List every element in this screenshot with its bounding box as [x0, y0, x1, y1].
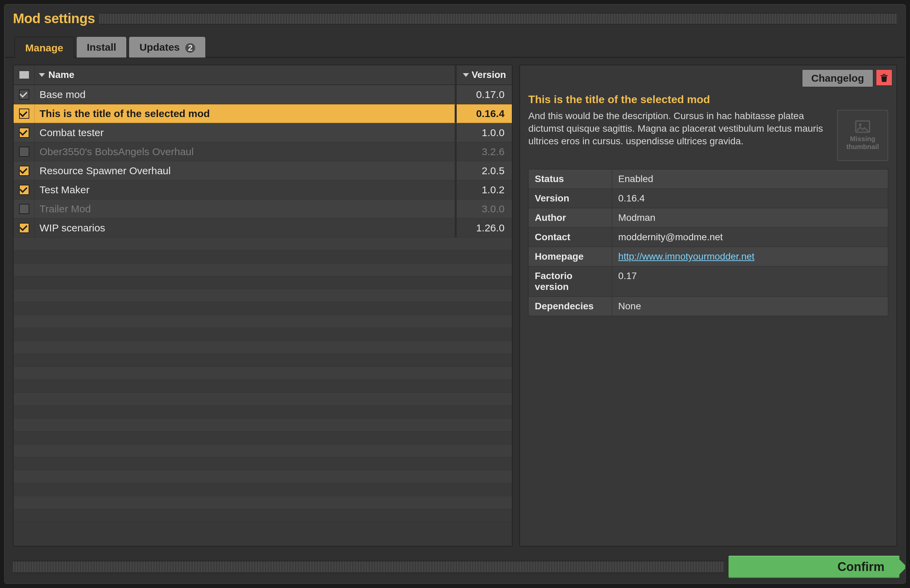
- kv-value: moddernity@modme.net: [612, 228, 888, 247]
- titlebar: Mod settings: [5, 5, 905, 30]
- mod-version-cell: 2.0.5: [455, 161, 512, 180]
- empty-row: [14, 354, 512, 367]
- checkbox-icon: [19, 223, 29, 233]
- homepage-link[interactable]: http://www.imnotyourmodder.net: [618, 251, 755, 262]
- checkbox-icon: [19, 89, 29, 100]
- empty-row: [14, 289, 512, 302]
- sort-desc-icon: [39, 73, 45, 77]
- kv-key: Homepage: [529, 247, 612, 266]
- mod-version-cell: 0.16.4: [455, 105, 512, 123]
- delete-mod-button[interactable]: [876, 69, 892, 86]
- kv-value: 0.16.4: [612, 189, 888, 208]
- tab-updates[interactable]: Updates 2: [129, 36, 206, 58]
- trash-icon: [879, 73, 889, 82]
- empty-row: [14, 315, 512, 328]
- checkbox-icon: [19, 185, 29, 195]
- mod-row[interactable]: Base mod0.17.0: [14, 85, 512, 104]
- kv-row-author: Author Modman: [529, 208, 888, 228]
- mod-name: This is the title of the selected mod: [39, 108, 210, 120]
- mod-row[interactable]: Ober3550's BobsAngels Overhaul3.2.6: [14, 142, 512, 161]
- detail-scroll[interactable]: This is the title of the selected mod An…: [520, 87, 896, 546]
- mod-row[interactable]: Combat tester1.0.0: [14, 123, 512, 142]
- mod-enable-checkbox-cell[interactable]: [14, 85, 35, 104]
- mod-list-body[interactable]: Base mod0.17.0This is the title of the s…: [14, 85, 512, 546]
- mod-name: Trailer Mod: [39, 203, 91, 215]
- empty-row: [14, 431, 512, 444]
- mod-name-cell: Trailer Mod: [35, 199, 455, 218]
- kv-value: http://www.imnotyourmodder.net: [612, 247, 888, 266]
- mod-name-cell: This is the title of the selected mod: [35, 105, 455, 123]
- mod-name-cell: Base mod: [35, 85, 455, 104]
- kv-value: None: [612, 297, 888, 316]
- mod-version: 1.0.2: [482, 184, 505, 195]
- empty-row: [14, 418, 512, 431]
- empty-row: [14, 380, 512, 393]
- sort-desc-icon: [463, 73, 469, 77]
- toggle-all-column[interactable]: [14, 65, 35, 84]
- empty-row: [14, 393, 512, 405]
- mod-version-cell: 0.17.0: [455, 85, 512, 104]
- mod-version-cell: 1.0.2: [455, 180, 512, 199]
- empty-row: [14, 457, 512, 470]
- mod-name: Resource Spawner Overhaul: [39, 165, 171, 177]
- mod-version-cell: 3.2.6: [455, 142, 512, 161]
- mod-version: 1.0.0: [482, 127, 505, 139]
- detail-title: This is the title of the selected mod: [528, 93, 888, 106]
- version-column-header[interactable]: Version: [455, 65, 512, 84]
- mod-version-cell: 1.26.0: [455, 218, 512, 237]
- mod-enable-checkbox-cell[interactable]: [14, 180, 35, 199]
- mod-name: Base mod: [39, 89, 86, 100]
- mod-name: WIP scenarios: [39, 222, 105, 234]
- mod-enable-checkbox-cell[interactable]: [14, 123, 35, 142]
- toggle-all-icon: [19, 71, 29, 79]
- name-column-header[interactable]: Name: [35, 65, 455, 84]
- content: Name Version Base mod0.17.0This is the t…: [5, 58, 905, 552]
- mod-version-cell: 3.0.0: [455, 199, 512, 218]
- empty-row: [14, 509, 512, 522]
- tab-manage[interactable]: Manage: [14, 37, 74, 58]
- empty-row: [14, 367, 512, 380]
- mod-enable-checkbox-cell[interactable]: [14, 218, 35, 237]
- mod-name: Combat tester: [39, 127, 104, 139]
- mod-enable-checkbox-cell[interactable]: [14, 161, 35, 180]
- kv-key: Contact: [529, 228, 612, 247]
- mod-list-panel: Name Version Base mod0.17.0This is the t…: [13, 65, 513, 546]
- kv-row-contact: Contact moddernity@modme.net: [529, 228, 888, 247]
- mod-row[interactable]: WIP scenarios1.26.0: [14, 218, 512, 237]
- mod-row[interactable]: Trailer Mod3.0.0: [14, 199, 512, 218]
- empty-row: [14, 341, 512, 354]
- mod-name-cell: Ober3550's BobsAngels Overhaul: [35, 142, 455, 161]
- mod-name: Ober3550's BobsAngels Overhaul: [39, 146, 194, 158]
- mod-version: 3.0.0: [482, 203, 505, 215]
- mod-row[interactable]: Test Maker1.0.2: [14, 180, 512, 199]
- tab-install[interactable]: Install: [76, 36, 127, 58]
- window-title: Mod settings: [13, 11, 95, 26]
- confirm-button[interactable]: Confirm: [728, 555, 900, 578]
- checkbox-icon: [19, 204, 29, 214]
- tab-strip: Manage Install Updates 2: [5, 36, 905, 58]
- footer-drag-handle[interactable]: [13, 561, 724, 573]
- kv-key: Author: [529, 208, 612, 227]
- checkbox-icon: [19, 147, 29, 157]
- footer: Confirm: [5, 552, 905, 583]
- empty-row: [14, 483, 512, 496]
- changelog-button[interactable]: Changelog: [802, 69, 873, 87]
- mod-row[interactable]: This is the title of the selected mod0.1…: [14, 104, 512, 123]
- titlebar-drag-handle[interactable]: [99, 13, 897, 25]
- mod-enable-checkbox-cell[interactable]: [14, 105, 35, 123]
- checkbox-icon: [19, 166, 29, 176]
- kv-row-dependencies: Dependecies None: [529, 297, 888, 316]
- empty-row: [14, 302, 512, 315]
- tab-label: Updates: [139, 42, 180, 53]
- detail-description: And this would be the description. Cursu…: [528, 110, 831, 161]
- mod-settings-window: Mod settings Manage Install Updates 2 Na…: [4, 4, 906, 584]
- mod-enable-checkbox-cell[interactable]: [14, 142, 35, 161]
- empty-row: [14, 470, 512, 483]
- empty-row: [14, 496, 512, 509]
- empty-row: [14, 444, 512, 457]
- mod-list-header: Name Version: [14, 65, 512, 85]
- mod-enable-checkbox-cell[interactable]: [14, 199, 35, 218]
- mod-row[interactable]: Resource Spawner Overhaul2.0.5: [14, 161, 512, 180]
- tab-label: Install: [87, 42, 117, 53]
- mod-name-cell: Combat tester: [35, 123, 455, 142]
